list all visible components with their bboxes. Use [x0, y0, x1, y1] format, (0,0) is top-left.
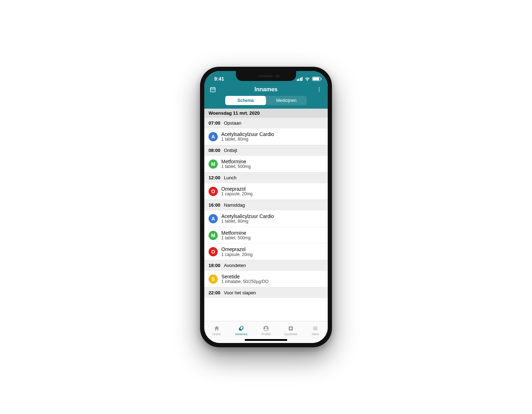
slot-label: Opstaan	[224, 120, 241, 126]
tab-meer[interactable]: Meer	[303, 321, 328, 339]
medication-name: Seretide	[221, 274, 268, 279]
medication-name: Metformine	[221, 159, 251, 164]
medication-text: Acetylsalicylzuur Cardio1 tablet, 80mg	[221, 131, 274, 142]
tab-label: Profiel	[261, 332, 271, 336]
medication-text: Seretide1 inhalatie, 50/250µg/DO	[221, 274, 268, 284]
time-header: 08:00Ontbijt	[204, 145, 328, 156]
medication-avatar: S	[209, 274, 218, 284]
medication-row[interactable]: MMetformine1 tablet, 500mg	[204, 227, 328, 244]
tab-label: Home	[212, 332, 221, 336]
medication-name: Acetylsalicylzuur Cardio	[221, 213, 274, 219]
notch	[236, 71, 296, 81]
tab-label: Meer	[312, 332, 319, 336]
slot-time: 08:00	[209, 148, 220, 153]
tab-label: Apotheek	[284, 332, 298, 336]
medication-dose: 1 tablet, 500mg	[221, 236, 251, 241]
tab-label: Innames	[235, 332, 248, 336]
medication-name: Omeprazol	[221, 186, 253, 192]
svg-rect-14	[313, 328, 317, 329]
svg-point-4	[211, 90, 212, 91]
medication-row[interactable]: MMetformine1 tablet, 500mg	[204, 156, 328, 172]
svg-point-6	[214, 90, 214, 91]
medication-dose: 1 inhalatie, 50/250µg/DO	[221, 279, 268, 284]
phone-screen: 9:41 Innames	[204, 71, 328, 343]
svg-point-3	[214, 87, 214, 88]
page-title: Innames	[255, 86, 278, 93]
time-header: 07:00Opstaan	[204, 118, 328, 128]
status-time: 9:41	[214, 76, 224, 82]
medication-row[interactable]: AAcetylsalicylzuur Cardio1 tablet, 80mg	[204, 210, 328, 227]
time-header: 12:00Lunch	[204, 172, 328, 183]
medication-avatar: M	[209, 231, 218, 240]
medication-dose: 1 tablet, 80mg	[221, 137, 274, 142]
medication-avatar: M	[209, 159, 218, 169]
slot-label: Lunch	[224, 175, 236, 180]
slot-time: 16:00	[209, 202, 220, 208]
tab-apotheek[interactable]: Apotheek	[278, 321, 303, 339]
slot-time: 22:00	[209, 290, 220, 295]
slot-label: Voor het slapen	[224, 290, 256, 295]
time-header: 16:00Namiddag	[204, 200, 328, 210]
medication-avatar: A	[209, 132, 218, 141]
slot-time: 18:00	[209, 263, 220, 268]
svg-point-8	[319, 89, 320, 90]
wifi-icon	[305, 77, 310, 81]
slot-label: Namiddag	[224, 202, 245, 208]
medication-dose: 1 tablet, 80mg	[221, 219, 274, 224]
medication-dose: 1 capsule, 20mg	[221, 252, 253, 257]
slot-time: 12:00	[209, 175, 220, 180]
medication-dose: 1 capsule, 20mg	[221, 192, 253, 197]
medication-name: Metformine	[221, 230, 251, 236]
svg-rect-13	[313, 327, 317, 327]
medication-text: Omeprazol1 capsule, 20mg	[221, 186, 253, 197]
date-header: Woensdag 11 mrt. 2020	[204, 109, 328, 118]
svg-rect-15	[313, 329, 317, 330]
medication-text: Metformine1 tablet, 500mg	[221, 159, 251, 169]
tab-innames[interactable]: Innames	[229, 321, 254, 339]
medication-row[interactable]: OOmeprazol1 capsule, 20mg	[204, 243, 328, 260]
time-header: 22:00Voor het slapen	[204, 287, 328, 298]
svg-point-2	[211, 87, 212, 88]
phone-frame: 9:41 Innames	[200, 67, 332, 347]
tab-home[interactable]: Home	[204, 321, 229, 339]
signal-icon	[297, 77, 303, 81]
tab-schema[interactable]: Schema	[225, 96, 266, 105]
medication-avatar: O	[209, 187, 218, 196]
time-header: 18:00Avondeten	[204, 260, 328, 271]
home-indicator[interactable]	[245, 339, 287, 341]
battery-icon	[312, 77, 321, 81]
svg-rect-12	[289, 328, 292, 328]
medication-name: Acetylsalicylzuur Cardio	[221, 131, 274, 137]
medication-row[interactable]: SSeretide1 inhalatie, 50/250µg/DO	[204, 271, 328, 287]
more-icon[interactable]	[316, 86, 323, 93]
medication-row[interactable]: AAcetylsalicylzuur Cardio1 tablet, 80mg	[204, 128, 328, 145]
medication-text: Omeprazol1 capsule, 20mg	[221, 246, 253, 257]
medication-name: Omeprazol	[221, 246, 253, 252]
medication-avatar: A	[209, 214, 218, 223]
schedule-content[interactable]: Woensdag 11 mrt. 2020 07:00OpstaanAAcety…	[204, 109, 328, 321]
slot-time: 07:00	[209, 120, 220, 126]
nav-bar: Innames	[204, 84, 328, 96]
medication-text: Metformine1 tablet, 500mg	[221, 230, 251, 241]
svg-point-7	[319, 87, 320, 88]
calendar-icon[interactable]	[209, 86, 216, 93]
svg-point-9	[319, 91, 320, 91]
tab-medicijnen[interactable]: Medicijnen	[266, 96, 307, 105]
svg-point-5	[212, 90, 213, 91]
tab-profiel[interactable]: Profiel	[254, 321, 278, 339]
medication-row[interactable]: OOmeprazol1 capsule, 20mg	[204, 183, 328, 200]
medication-text: Acetylsalicylzuur Cardio1 tablet, 80mg	[221, 213, 274, 224]
slot-label: Ontbijt	[224, 148, 237, 153]
medication-avatar: O	[209, 247, 218, 256]
status-icons	[297, 77, 321, 81]
medication-dose: 1 tablet, 500mg	[221, 164, 251, 169]
slot-label: Avondeten	[224, 263, 246, 268]
segmented-control: Schema Medicijnen	[204, 96, 328, 109]
